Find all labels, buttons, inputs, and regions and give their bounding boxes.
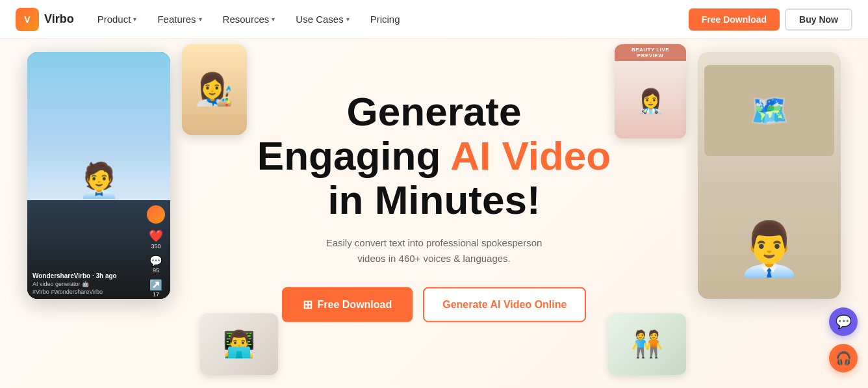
tiktok-likes-count: 350 <box>149 243 163 250</box>
nav-pricing[interactable]: Pricing <box>363 10 408 29</box>
beauty-card-header: BEAUTY LIVE PREVIEW <box>615 44 686 61</box>
tiktok-share-icon: ↗️ <box>149 279 162 291</box>
hero-title-line2: Engaging AI Video <box>252 133 616 177</box>
tiktok-comments-count: 95 <box>149 267 162 274</box>
right-video-card: 🗺️ 👨‍💼 <box>698 52 841 299</box>
nav-features[interactable]: Features ▾ <box>149 10 209 29</box>
hero-title-line1: Generate <box>252 89 616 133</box>
world-map-background: 🗺️ <box>704 65 834 156</box>
hero-title-line3: in Minutes! <box>252 178 616 222</box>
hero-title-prefix: Engaging <box>257 133 450 177</box>
tiktok-sidebar: ❤️ 350 💬 95 ↗️ 17 <box>147 205 165 298</box>
nav-buy-now-button[interactable]: Buy Now <box>785 8 852 31</box>
tiktok-tag: #Virbo #WondershareVirbo <box>32 289 138 295</box>
hero-free-download-button[interactable]: ⊞ Free Download <box>282 287 413 322</box>
bottom-left-image: 👨‍💻 <box>200 313 278 375</box>
hero-section: 🧑‍💼 ❤️ 350 💬 95 ↗️ 17 <box>0 0 868 388</box>
bottom-right-image: 🧑‍🤝‍🧑 <box>608 313 686 375</box>
beauty-card: BEAUTY LIVE PREVIEW 👩‍⚕️ <box>615 44 686 138</box>
navbar: V Virbo Product ▾ Features ▾ Resources ▾… <box>0 0 868 39</box>
beauty-card-person: 👩‍⚕️ <box>615 61 686 138</box>
tiktok-username: WondershareVirbo · 3h ago <box>32 272 138 279</box>
tiktok-like-icon: ❤️ <box>149 229 163 243</box>
chevron-down-icon: ▾ <box>272 16 275 23</box>
right-video-person: 👨‍💼 <box>737 218 802 279</box>
chevron-down-icon: ▾ <box>346 16 350 23</box>
hero-title-highlight: AI Video <box>450 133 611 177</box>
hero-subtitle: Easily convert text into professional sp… <box>252 235 616 266</box>
chat-widget[interactable]: 💬 <box>829 307 858 336</box>
logo-icon: V <box>16 8 39 31</box>
logo-area[interactable]: V Virbo <box>16 8 74 31</box>
world-map-icon: 🗺️ <box>749 92 789 129</box>
tiktok-desc: AI video generator 🤖 <box>32 281 138 287</box>
nav-product[interactable]: Product ▾ <box>90 10 145 29</box>
bottom-left-person: 👨‍💻 <box>200 313 278 375</box>
support-widget[interactable]: 🎧 <box>829 344 858 372</box>
support-icon: 🎧 <box>836 350 852 366</box>
bottom-right-person: 🧑‍🤝‍🧑 <box>608 313 686 375</box>
hero-buttons: ⊞ Free Download Generate AI Video Online <box>252 287 616 322</box>
chat-icon: 💬 <box>836 314 852 330</box>
left-video-card: 🧑‍💼 ❤️ 350 💬 95 ↗️ 17 <box>27 52 170 299</box>
tiktok-shares-count: 17 <box>149 291 162 298</box>
logo-text: Virbo <box>44 12 74 26</box>
hero-online-button[interactable]: Generate AI Video Online <box>423 287 586 322</box>
nav-resources[interactable]: Resources ▾ <box>215 10 283 29</box>
nav-use-cases[interactable]: Use Cases ▾ <box>288 10 357 29</box>
chevron-down-icon: ▾ <box>133 16 136 23</box>
tiktok-comment-icon: 💬 <box>149 255 162 267</box>
chevron-down-icon: ▾ <box>199 16 202 23</box>
right-video-inner: 🗺️ 👨‍💼 <box>698 52 841 299</box>
nav-free-download-button[interactable]: Free Download <box>689 8 780 31</box>
person-image: 👩‍🎨 <box>182 44 247 135</box>
top-center-image: 👩‍🎨 <box>182 44 247 135</box>
tiktok-avatar <box>147 205 165 224</box>
windows-icon: ⊞ <box>303 298 313 312</box>
hero-content: Generate Engaging AI Video in Minutes! E… <box>252 89 616 322</box>
